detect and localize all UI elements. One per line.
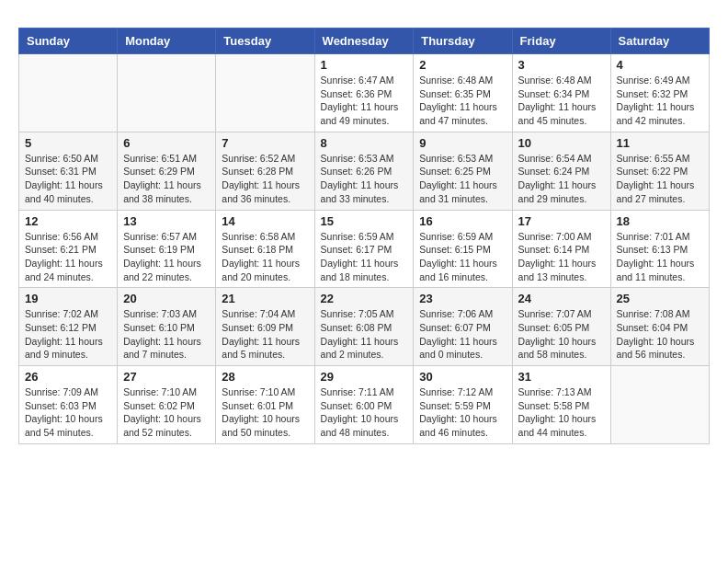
day-info: Sunrise: 6:53 AM Sunset: 6:26 PM Dayligh… [321,152,408,206]
calendar-cell: 3Sunrise: 6:48 AM Sunset: 6:34 PM Daylig… [512,54,610,132]
day-info: Sunrise: 7:00 AM Sunset: 6:14 PM Dayligh… [518,230,605,284]
day-number: 21 [222,292,308,305]
day-info: Sunrise: 6:54 AM Sunset: 6:24 PM Dayligh… [518,152,605,206]
day-info: Sunrise: 7:05 AM Sunset: 6:08 PM Dayligh… [321,307,408,362]
calendar-cell: 23Sunrise: 7:06 AM Sunset: 6:07 PM Dayli… [414,288,512,366]
day-info: Sunrise: 7:08 AM Sunset: 6:04 PM Dayligh… [617,307,703,362]
day-number: 9 [419,136,506,150]
calendar-cell: 17Sunrise: 7:00 AM Sunset: 6:14 PM Dayli… [512,210,610,288]
calendar-cell: 22Sunrise: 7:05 AM Sunset: 6:08 PM Dayli… [314,288,414,366]
calendar-week-2: 5Sunrise: 6:50 AM Sunset: 6:31 PM Daylig… [19,132,710,210]
day-info: Sunrise: 7:12 AM Sunset: 5:59 PM Dayligh… [419,385,506,440]
day-info: Sunrise: 7:02 AM Sunset: 6:12 PM Dayligh… [25,307,111,362]
calendar-cell: 6Sunrise: 6:51 AM Sunset: 6:29 PM Daylig… [118,132,216,210]
day-info: Sunrise: 6:55 AM Sunset: 6:22 PM Dayligh… [617,152,703,206]
calendar-cell: 18Sunrise: 7:01 AM Sunset: 6:13 PM Dayli… [610,210,709,288]
day-number: 8 [321,136,408,150]
day-number: 3 [518,58,605,72]
calendar-cell: 28Sunrise: 7:10 AM Sunset: 6:01 PM Dayli… [216,366,314,444]
calendar-cell [19,54,118,132]
calendar-cell: 8Sunrise: 6:53 AM Sunset: 6:26 PM Daylig… [314,132,414,210]
day-info: Sunrise: 7:01 AM Sunset: 6:13 PM Dayligh… [617,230,703,284]
day-info: Sunrise: 6:51 AM Sunset: 6:29 PM Dayligh… [123,152,210,206]
day-info: Sunrise: 7:09 AM Sunset: 6:03 PM Dayligh… [25,385,111,440]
day-number: 24 [518,292,605,305]
weekday-header-thursday: Thursday [414,29,512,54]
day-info: Sunrise: 6:59 AM Sunset: 6:17 PM Dayligh… [321,230,408,284]
calendar-cell: 29Sunrise: 7:11 AM Sunset: 6:00 PM Dayli… [314,366,414,444]
weekday-header-saturday: Saturday [610,29,709,54]
day-number: 30 [419,370,506,384]
day-number: 6 [123,136,210,150]
calendar-week-1: 1Sunrise: 6:47 AM Sunset: 6:36 PM Daylig… [19,54,710,132]
day-number: 7 [222,136,308,150]
calendar-cell: 1Sunrise: 6:47 AM Sunset: 6:36 PM Daylig… [314,54,414,132]
day-info: Sunrise: 6:59 AM Sunset: 6:15 PM Dayligh… [419,230,506,284]
day-number: 26 [25,370,111,384]
day-number: 4 [617,58,703,72]
weekday-header-friday: Friday [512,29,610,54]
day-number: 5 [25,136,111,150]
calendar-cell: 19Sunrise: 7:02 AM Sunset: 6:12 PM Dayli… [19,288,118,366]
day-info: Sunrise: 7:07 AM Sunset: 6:05 PM Dayligh… [518,307,605,362]
day-info: Sunrise: 7:06 AM Sunset: 6:07 PM Dayligh… [419,307,506,362]
calendar-cell [610,366,709,444]
day-number: 2 [419,58,506,72]
day-number: 22 [321,292,408,305]
day-number: 10 [518,136,605,150]
day-info: Sunrise: 7:13 AM Sunset: 5:58 PM Dayligh… [518,385,605,440]
calendar-week-5: 26Sunrise: 7:09 AM Sunset: 6:03 PM Dayli… [19,366,710,444]
day-number: 20 [123,292,210,305]
day-info: Sunrise: 6:56 AM Sunset: 6:21 PM Dayligh… [25,230,111,284]
day-info: Sunrise: 6:52 AM Sunset: 6:28 PM Dayligh… [222,152,308,206]
day-number: 11 [617,136,703,150]
day-info: Sunrise: 7:10 AM Sunset: 6:01 PM Dayligh… [222,385,308,440]
day-number: 31 [518,370,605,384]
calendar-cell: 26Sunrise: 7:09 AM Sunset: 6:03 PM Dayli… [19,366,118,444]
calendar-cell: 2Sunrise: 6:48 AM Sunset: 6:35 PM Daylig… [414,54,512,132]
day-info: Sunrise: 7:10 AM Sunset: 6:02 PM Dayligh… [123,385,210,440]
calendar-week-3: 12Sunrise: 6:56 AM Sunset: 6:21 PM Dayli… [19,210,710,288]
day-info: Sunrise: 7:03 AM Sunset: 6:10 PM Dayligh… [123,307,210,362]
calendar-cell: 12Sunrise: 6:56 AM Sunset: 6:21 PM Dayli… [19,210,118,288]
calendar-cell: 10Sunrise: 6:54 AM Sunset: 6:24 PM Dayli… [512,132,610,210]
calendar-cell: 16Sunrise: 6:59 AM Sunset: 6:15 PM Dayli… [414,210,512,288]
day-number: 19 [25,292,111,305]
calendar-cell: 15Sunrise: 6:59 AM Sunset: 6:17 PM Dayli… [314,210,414,288]
day-info: Sunrise: 6:47 AM Sunset: 6:36 PM Dayligh… [321,74,408,128]
day-number: 14 [222,214,308,228]
day-number: 12 [25,214,111,228]
day-info: Sunrise: 7:04 AM Sunset: 6:09 PM Dayligh… [222,307,308,362]
calendar-header-row: SundayMondayTuesdayWednesdayThursdayFrid… [19,29,710,54]
day-info: Sunrise: 7:11 AM Sunset: 6:00 PM Dayligh… [321,385,408,440]
calendar-cell: 9Sunrise: 6:53 AM Sunset: 6:25 PM Daylig… [414,132,512,210]
day-number: 17 [518,214,605,228]
day-info: Sunrise: 6:57 AM Sunset: 6:19 PM Dayligh… [123,230,210,284]
calendar-cell: 21Sunrise: 7:04 AM Sunset: 6:09 PM Dayli… [216,288,314,366]
calendar-cell: 25Sunrise: 7:08 AM Sunset: 6:04 PM Dayli… [610,288,709,366]
calendar-cell [118,54,216,132]
calendar-cell: 20Sunrise: 7:03 AM Sunset: 6:10 PM Dayli… [118,288,216,366]
calendar-cell [216,54,314,132]
day-info: Sunrise: 6:48 AM Sunset: 6:34 PM Dayligh… [518,74,605,128]
day-number: 16 [419,214,506,228]
day-number: 25 [617,292,703,305]
day-number: 27 [123,370,210,384]
day-number: 28 [222,370,308,384]
day-number: 18 [617,214,703,228]
calendar-week-4: 19Sunrise: 7:02 AM Sunset: 6:12 PM Dayli… [19,288,710,366]
day-info: Sunrise: 6:49 AM Sunset: 6:32 PM Dayligh… [617,74,703,128]
day-number: 1 [321,58,408,72]
calendar-cell: 13Sunrise: 6:57 AM Sunset: 6:19 PM Dayli… [118,210,216,288]
calendar-table: SundayMondayTuesdayWednesdayThursdayFrid… [18,28,710,444]
calendar-cell: 4Sunrise: 6:49 AM Sunset: 6:32 PM Daylig… [610,54,709,132]
day-number: 15 [321,214,408,228]
day-number: 23 [419,292,506,305]
weekday-header-sunday: Sunday [19,29,118,54]
calendar-cell: 30Sunrise: 7:12 AM Sunset: 5:59 PM Dayli… [414,366,512,444]
day-info: Sunrise: 6:53 AM Sunset: 6:25 PM Dayligh… [419,152,506,206]
calendar-cell: 24Sunrise: 7:07 AM Sunset: 6:05 PM Dayli… [512,288,610,366]
calendar-cell: 11Sunrise: 6:55 AM Sunset: 6:22 PM Dayli… [610,132,709,210]
weekday-header-tuesday: Tuesday [216,29,314,54]
day-number: 29 [321,370,408,384]
